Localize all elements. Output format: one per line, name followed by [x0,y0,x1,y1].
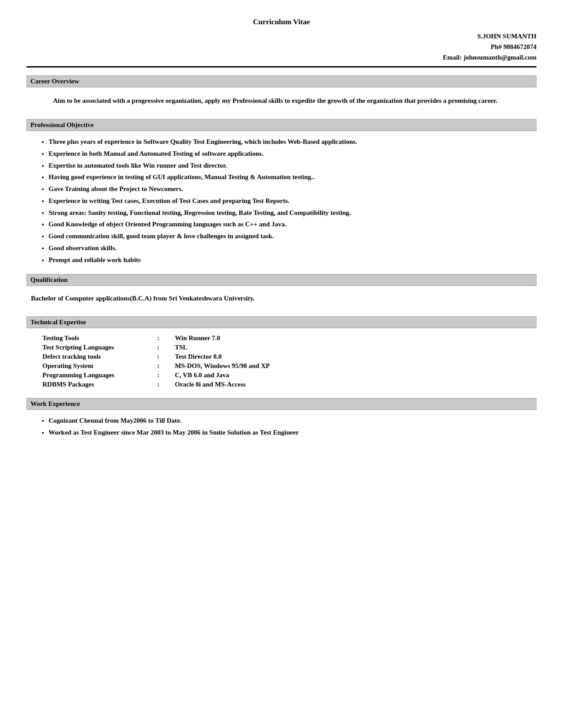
phone-label: Ph# [491,43,502,50]
tech-value: Win Runner 7.0 [172,334,358,343]
table-row: RDBMS Packages : Oracle 8i and MS-Access [40,380,358,389]
career-overview-heading: Career Overview [26,75,537,87]
tech-label: RDBMS Packages [40,380,155,389]
list-item: Gave Training about the Project to Newco… [49,184,537,195]
header-divider [26,66,537,68]
tech-value: Oracle 8i and MS-Access [172,380,358,389]
technical-expertise-section: Technical Expertise Testing Tools : Win … [26,316,537,389]
tech-label: Testing Tools [40,334,155,343]
qualification-text: Bachelor of Computer applications(B.C.A)… [26,291,537,308]
table-row: Programming Languages : C, VB 6.0 and Ja… [40,371,358,380]
email-label: Email: [443,54,462,61]
list-item: Worked as Test Engineer since Mar 2003 t… [49,427,537,438]
qualification-heading: Qualification [26,274,537,286]
list-item: Experience in writing Test cases, Execut… [49,195,537,206]
work-experience-list: Cognizant Chennai from May2006 to Till D… [26,415,537,438]
list-item: Cognizant Chennai from May2006 to Till D… [49,415,537,426]
list-item: Experience in both Manual and Automated … [49,148,537,159]
cv-title: Curriculum Vitae [26,18,537,26]
work-experience-section: Work Experience Cognizant Chennai from M… [26,398,537,438]
list-item: Good Knowledge of object Oriented Progra… [49,219,537,230]
tech-colon: : [155,361,172,371]
list-item: Strong areas: Sanity testing, Functional… [49,207,537,218]
header-contact: S.JOHN SUMANTH Ph# 9884672074 Email: joh… [26,31,537,63]
contact-phone: Ph# 9884672074 [26,41,537,52]
contact-email: Email: johnsumanth@gmail.com [26,52,537,63]
tech-colon: : [155,380,172,389]
career-overview-text: Aim to be associated with a progressive … [26,93,537,110]
contact-name: S.JOHN SUMANTH [26,31,537,41]
list-item: Having good experience in testing of GUI… [49,172,537,183]
professional-objective-list: Three plus years of experience in Softwa… [26,136,537,265]
career-overview-section: Career Overview Aim to be associated wit… [26,75,537,110]
tech-colon: : [155,371,172,380]
tech-value: TSL [172,343,358,352]
tech-colon: : [155,334,172,343]
phone-number: 9884672074 [503,43,537,50]
list-item: Prompt and reliable work habits [49,255,537,266]
professional-objective-heading: Professional Objective [26,119,537,131]
table-row: Test Scripting Languages : TSL [40,343,358,352]
tech-value: MS-DOS, Windows 95/98 and XP [172,361,358,371]
technical-expertise-heading: Technical Expertise [26,316,537,328]
list-item: Expertise in automated tools like Win ru… [49,160,537,171]
tech-colon: : [155,352,172,361]
tech-value: Test Director 8.0 [172,352,358,361]
tech-label: Operating System [40,361,155,371]
table-row: Defect tracking tools : Test Director 8.… [40,352,358,361]
qualification-section: Qualification Bachelor of Computer appli… [26,274,537,308]
tech-label: Defect tracking tools [40,352,155,361]
professional-objective-section: Professional Objective Three plus years … [26,119,537,265]
table-row: Testing Tools : Win Runner 7.0 [40,334,358,343]
technical-expertise-table: Testing Tools : Win Runner 7.0 Test Scri… [40,334,358,389]
list-item: Good communication skill, good team play… [49,231,537,242]
tech-value: C, VB 6.0 and Java [172,371,358,380]
list-item: Good observation skills. [49,243,537,254]
tech-label: Test Scripting Languages [40,343,155,352]
email-address: johnsumanth@gmail.com [464,54,537,61]
work-experience-heading: Work Experience [26,398,537,410]
tech-label: Programming Languages [40,371,155,380]
table-row: Operating System : MS-DOS, Windows 95/98… [40,361,358,371]
list-item: Three plus years of experience in Softwa… [49,136,537,147]
tech-colon: : [155,343,172,352]
